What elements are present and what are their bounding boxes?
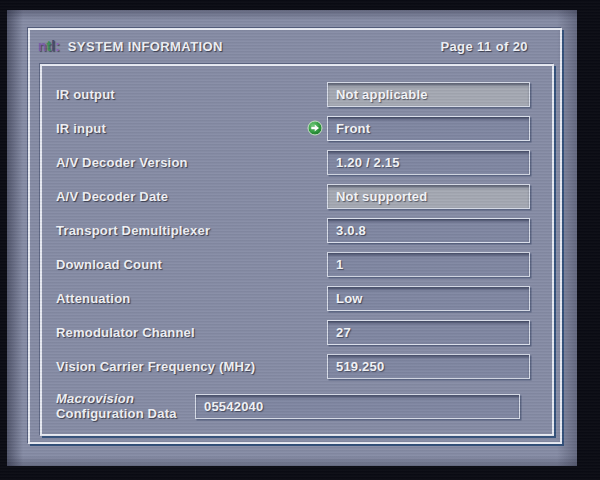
row-label: Attenuation [56,291,327,306]
info-row: Remodulator Channel 27 [42,315,552,349]
value-box: 27 [327,320,530,345]
value-text: 05542040 [204,399,263,414]
info-row: IR output Not applicable [42,77,552,111]
value-text: Not applicable [336,87,428,102]
inner-frame: IR output Not applicable IR input Front … [40,64,554,436]
info-row: Download Count 1 [42,247,552,281]
row-label: A/V Decoder Version [56,155,327,170]
row-label: Transport Demultiplexer [56,223,327,238]
video-stage: ntl: SYSTEM INFORMATION Page 11 of 20 IR… [7,10,577,466]
value-box: 1.20 / 2.15 [327,150,530,175]
value-box: 1 [327,252,530,277]
value-text: Not supported [336,189,427,204]
info-row: A/V Decoder Date Not supported [42,179,552,213]
value-box: 05542040 [195,394,520,419]
value-box[interactable]: Front [327,116,530,141]
header-left: ntl: SYSTEM INFORMATION [38,38,223,54]
ntl-logo: ntl: [38,38,60,54]
row-label: IR input [56,121,307,136]
value-text: 1 [336,257,343,272]
page-indicator: Page 11 of 20 [440,39,528,54]
value-box: Not applicable [327,82,530,107]
value-box: Not supported [327,184,530,209]
row-label: IR output [56,87,327,102]
row-label: Vision Carrier Frequency (MHz) [56,359,327,374]
page-title: SYSTEM INFORMATION [68,39,223,54]
info-row: Attenuation Low [42,281,552,315]
value-text: Low [336,291,363,306]
value-box: Low [327,286,530,311]
info-row: A/V Decoder Version 1.20 / 2.15 [42,145,552,179]
value-text: 3.0.8 [336,223,366,238]
value-text: 27 [336,325,351,340]
value-box: 3.0.8 [327,218,530,243]
value-text: 1.20 / 2.15 [336,155,400,170]
outer-frame: ntl: SYSTEM INFORMATION Page 11 of 20 IR… [28,28,562,444]
info-rows: IR output Not applicable IR input Front … [42,66,552,434]
value-box: 519.250 [327,354,530,379]
row-label: MacrovisionConfiguration Data [56,391,195,421]
info-row: Transport Demultiplexer 3.0.8 [42,213,552,247]
value-text: Front [336,121,370,136]
row-label: Download Count [56,257,327,272]
header: ntl: SYSTEM INFORMATION Page 11 of 20 [30,30,560,62]
info-row: MacrovisionConfiguration Data 05542040 [42,383,552,429]
green-arrow-icon [307,120,323,136]
row-label: Remodulator Channel [56,325,327,340]
value-text: 519.250 [336,359,384,374]
stb-system-information-screen: ntl: SYSTEM INFORMATION Page 11 of 20 IR… [0,0,600,480]
row-label: A/V Decoder Date [56,189,327,204]
info-row: IR input Front [42,111,552,145]
info-row: Vision Carrier Frequency (MHz) 519.250 [42,349,552,383]
